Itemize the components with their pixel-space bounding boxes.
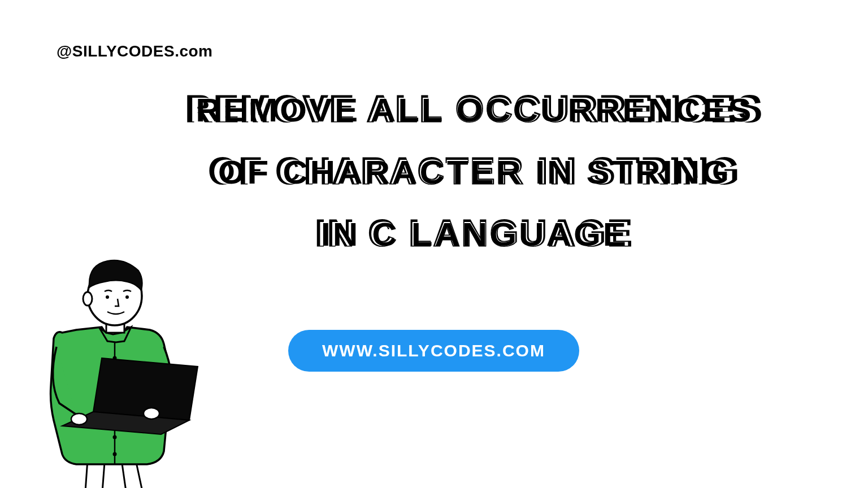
- man-laptop-illustration: [23, 245, 220, 488]
- site-handle: @SILLYCODES.com: [57, 42, 213, 60]
- svg-point-16: [125, 295, 129, 299]
- title-svg: REMOVE ALL OCCURRENCES REMOVE ALL OCCURR…: [113, 88, 836, 274]
- svg-point-8: [113, 435, 117, 439]
- svg-text:OF CHARACTER IN STRING: OF CHARACTER IN STRING: [218, 154, 731, 191]
- svg-text:REMOVE ALL OCCURRENCES: REMOVE ALL OCCURRENCES: [196, 92, 753, 129]
- svg-point-11: [144, 408, 159, 419]
- svg-point-15: [106, 295, 109, 299]
- svg-point-9: [113, 452, 117, 456]
- title-container: REMOVE ALL OCCURRENCES REMOVE ALL OCCURR…: [113, 88, 834, 276]
- svg-point-14: [83, 292, 92, 306]
- svg-point-10: [71, 413, 87, 425]
- svg-text:IN C LANGUAGE: IN C LANGUAGE: [321, 216, 628, 253]
- url-pill: WWW.SILLYCODES.COM: [288, 330, 579, 372]
